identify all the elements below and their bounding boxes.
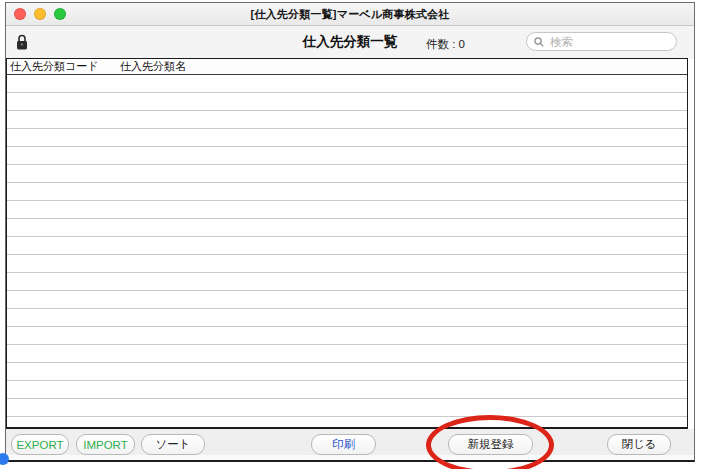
screen: [仕入先分類一覧]マーベル商事株式会社 仕入先分類一覧 件数 : 0 仕入: [0, 0, 701, 469]
import-button[interactable]: IMPORT: [76, 434, 135, 455]
minimize-window-button[interactable]: [34, 8, 46, 20]
app-window: [仕入先分類一覧]マーベル商事株式会社 仕入先分類一覧 件数 : 0 仕入: [5, 2, 695, 462]
record-count-label: 件数 :: [426, 38, 455, 50]
search-field[interactable]: [526, 32, 677, 51]
record-count-value: 0: [459, 38, 465, 50]
print-button[interactable]: 印刷: [311, 434, 376, 455]
supplier-category-table: 仕入先分類コード 仕入先分類名: [6, 58, 688, 429]
zoom-window-button[interactable]: [54, 8, 66, 20]
table-header: 仕入先分類コード 仕入先分類名: [7, 59, 687, 75]
search-icon: [534, 37, 544, 47]
window-titlebar: [仕入先分類一覧]マーベル商事株式会社: [6, 3, 694, 26]
table-body-empty: [7, 75, 687, 427]
traffic-lights: [14, 3, 66, 25]
new-entry-button[interactable]: 新規登録: [448, 434, 533, 455]
record-count: 件数 : 0: [426, 37, 465, 52]
close-window-button[interactable]: [14, 8, 26, 20]
search-input[interactable]: [548, 35, 669, 49]
export-button[interactable]: EXPORT: [11, 434, 69, 455]
column-header-code: 仕入先分類コード: [7, 59, 120, 74]
sort-button[interactable]: ソート: [141, 434, 205, 455]
column-header-name: 仕入先分類名: [120, 59, 687, 74]
decorative-blue-dot: [0, 453, 9, 465]
footer-bar: EXPORT IMPORT ソート 印刷 新規登録 閉じる: [6, 429, 694, 460]
close-button[interactable]: 閉じる: [607, 434, 671, 455]
window-title: [仕入先分類一覧]マーベル商事株式会社: [251, 7, 450, 22]
toolbar: 仕入先分類一覧 件数 : 0: [6, 26, 694, 59]
